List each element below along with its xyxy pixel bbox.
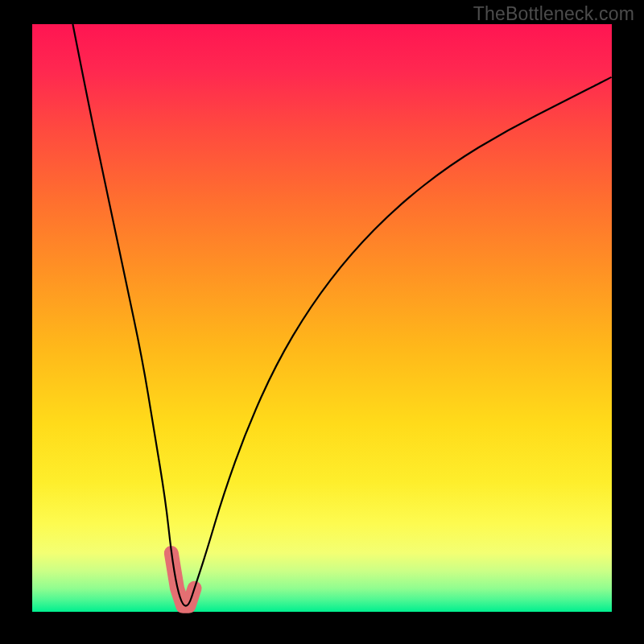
- watermark-text: TheBottleneck.com: [473, 3, 634, 25]
- chart-frame: TheBottleneck.com: [0, 0, 644, 644]
- curve-layer: [32, 24, 612, 612]
- bottleneck-curve: [72, 24, 612, 606]
